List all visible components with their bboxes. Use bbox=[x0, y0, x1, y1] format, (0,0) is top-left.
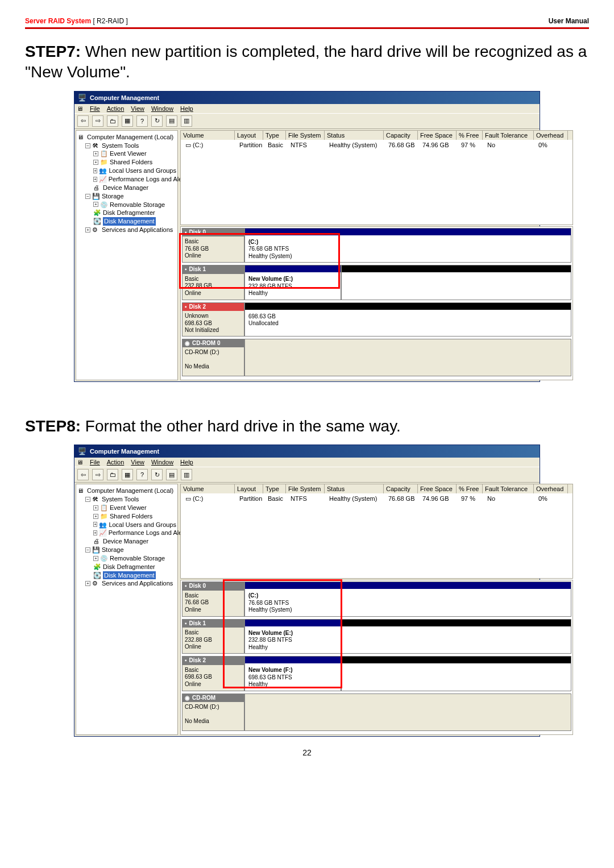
disk-icon: ▪ bbox=[185, 620, 187, 628]
menu-file[interactable]: File bbox=[90, 105, 100, 112]
disk-row-1[interactable]: ▪Disk 1 Basic232.88 GBOnline New Volume … bbox=[182, 619, 571, 654]
tree-services[interactable]: +⚙Services and Applications bbox=[77, 226, 176, 234]
nav-tree[interactable]: 🖥Computer Management (Local) −🛠System To… bbox=[76, 484, 178, 735]
tree-system-tools[interactable]: −🛠System Tools bbox=[77, 142, 176, 150]
export-icon[interactable]: ▥ bbox=[181, 469, 192, 480]
col-ft[interactable]: Fault Tolerance bbox=[483, 484, 534, 493]
col-capacity[interactable]: Capacity bbox=[384, 484, 418, 493]
unallocated[interactable] bbox=[341, 265, 571, 300]
menu-action[interactable]: Action bbox=[107, 105, 125, 112]
tree-disk-mgmt[interactable]: 💽Disk Management bbox=[77, 217, 176, 226]
volume-row[interactable]: ▭ (C:) Partition Basic NTFS Healthy (Sys… bbox=[183, 141, 570, 149]
disk-row-0[interactable]: ▪Disk 0 Basic76.68 GBOnline (C:)76.68 GB… bbox=[182, 228, 571, 263]
product-sub: [ R2-RAID ] bbox=[93, 17, 127, 25]
col-type[interactable]: Type bbox=[263, 484, 286, 493]
menu-file[interactable]: File bbox=[90, 459, 100, 466]
disk-row-0[interactable]: ▪Disk 0 Basic76.68 GBOnline (C:)76.68 GB… bbox=[182, 582, 571, 617]
col-pfree[interactable]: % Free bbox=[457, 131, 483, 140]
page-header: Server RAID System [ R2-RAID ] User Manu… bbox=[25, 17, 589, 29]
col-volume[interactable]: Volume bbox=[181, 131, 235, 140]
disk-row-2[interactable]: ▪Disk 2 Basic698.63 GBOnline New Volume … bbox=[182, 656, 571, 691]
volume-row[interactable]: ▭ (C:) Partition Basic NTFS Healthy (Sys… bbox=[183, 495, 570, 503]
tree-device-mgr[interactable]: 🖨Device Manager bbox=[77, 537, 176, 546]
partition-e[interactable]: New Volume (E:)232.88 GB NTFSHealthy bbox=[244, 619, 341, 654]
partition-f[interactable]: New Volume (F:)698.63 GB NTFSHealthy bbox=[244, 656, 341, 691]
menu-help[interactable]: Help bbox=[180, 459, 193, 466]
forward-icon[interactable]: ⇨ bbox=[92, 115, 103, 127]
tree-removable[interactable]: +💿Removable Storage bbox=[77, 201, 176, 209]
disk-row-2[interactable]: ▪Disk 2 Unknown698.63 GBNot Initialized … bbox=[182, 302, 571, 337]
tree-removable[interactable]: +💿Removable Storage bbox=[77, 554, 176, 563]
col-status[interactable]: Status bbox=[325, 484, 384, 493]
tree-root[interactable]: 🖥Computer Management (Local) bbox=[77, 133, 176, 142]
export-icon[interactable]: ▥ bbox=[181, 115, 192, 127]
unallocated[interactable] bbox=[341, 656, 571, 691]
menu-window[interactable]: Window bbox=[151, 459, 173, 466]
cdrom-row[interactable]: ◉CD-ROM CD-ROM (D:)No Media bbox=[182, 693, 571, 731]
tree-perf-logs[interactable]: +📈Performance Logs and Alerts bbox=[77, 175, 176, 184]
tree-event-viewer[interactable]: +📋Event Viewer bbox=[77, 149, 176, 158]
tree-perf-logs[interactable]: +📈Performance Logs and Alerts bbox=[77, 529, 176, 537]
step8-heading: STEP8: Format the other hard drive in th… bbox=[25, 416, 589, 437]
tree-services[interactable]: +⚙Services and Applications bbox=[77, 579, 176, 588]
help-icon[interactable]: ? bbox=[136, 115, 148, 127]
menu-view[interactable]: View bbox=[131, 459, 144, 466]
col-overhead[interactable]: Overhead bbox=[534, 484, 568, 493]
forward-icon[interactable]: ⇨ bbox=[92, 469, 103, 480]
menu-help[interactable]: Help bbox=[180, 105, 193, 112]
properties-icon[interactable]: ▦ bbox=[122, 469, 133, 480]
help-icon[interactable]: ? bbox=[136, 469, 148, 480]
volume-list[interactable]: ▭ (C:) Partition Basic NTFS Healthy (Sys… bbox=[180, 493, 573, 579]
volume-list[interactable]: ▭ (C:) Partition Basic NTFS Healthy (Sys… bbox=[180, 140, 573, 225]
list-icon[interactable]: ▤ bbox=[166, 115, 177, 127]
back-icon[interactable]: ⇦ bbox=[77, 115, 89, 127]
menu-action[interactable]: Action bbox=[107, 459, 125, 466]
tree-storage[interactable]: −💾Storage bbox=[77, 192, 176, 201]
partition-c[interactable]: (C:)76.68 GB NTFSHealthy (System) bbox=[244, 228, 571, 263]
menu-view[interactable]: View bbox=[131, 105, 144, 112]
col-type[interactable]: Type bbox=[263, 131, 286, 140]
unallocated[interactable] bbox=[341, 619, 571, 654]
tree-defrag[interactable]: 🧩Disk Defragmenter bbox=[77, 563, 176, 571]
col-fs[interactable]: File System bbox=[286, 484, 325, 493]
refresh-icon[interactable]: ↻ bbox=[151, 469, 163, 480]
tree-defrag[interactable]: 🧩Disk Defragmenter bbox=[77, 209, 176, 217]
tree-local-users[interactable]: +👥Local Users and Groups bbox=[77, 167, 176, 175]
tree-shared-folders[interactable]: +📁Shared Folders bbox=[77, 512, 176, 521]
col-layout[interactable]: Layout bbox=[235, 131, 263, 140]
cdrom-icon: ◉ bbox=[185, 695, 190, 702]
col-volume[interactable]: Volume bbox=[181, 484, 235, 493]
cdrom-row[interactable]: ◉CD-ROM 0 CD-ROM (D:)No Media bbox=[182, 339, 571, 376]
product-name: Server RAID System bbox=[25, 17, 91, 25]
col-layout[interactable]: Layout bbox=[235, 484, 263, 493]
nav-tree[interactable]: 🖥Computer Management (Local) −🛠System To… bbox=[76, 130, 178, 380]
back-icon[interactable]: ⇦ bbox=[77, 469, 89, 480]
tree-event-viewer[interactable]: +📋Event Viewer bbox=[77, 504, 176, 512]
disk-row-1[interactable]: ▪Disk 1 Basic232.88 GBOnline New Volume … bbox=[182, 265, 571, 300]
tree-disk-mgmt[interactable]: 💽Disk Management bbox=[77, 571, 176, 580]
col-capacity[interactable]: Capacity bbox=[384, 131, 418, 140]
up-icon[interactable]: 🗀 bbox=[107, 469, 118, 480]
tree-storage[interactable]: −💾Storage bbox=[77, 546, 176, 554]
col-status[interactable]: Status bbox=[325, 131, 384, 140]
menu-bar: 🖥 File Action View Window Help bbox=[74, 458, 540, 467]
up-icon[interactable]: 🗀 bbox=[107, 115, 118, 127]
tree-root[interactable]: 🖥Computer Management (Local) bbox=[77, 487, 176, 495]
properties-icon[interactable]: ▦ bbox=[122, 115, 133, 127]
tree-shared-folders[interactable]: +📁Shared Folders bbox=[77, 158, 176, 167]
menu-window[interactable]: Window bbox=[151, 105, 173, 112]
tree-system-tools[interactable]: −🛠System Tools bbox=[77, 495, 176, 504]
unallocated-disk2[interactable]: 698.63 GBUnallocated bbox=[244, 302, 571, 337]
col-pfree[interactable]: % Free bbox=[457, 484, 483, 493]
col-overhead[interactable]: Overhead bbox=[534, 131, 568, 140]
list-icon[interactable]: ▤ bbox=[166, 469, 177, 480]
refresh-icon[interactable]: ↻ bbox=[151, 115, 163, 127]
col-free[interactable]: Free Space bbox=[418, 131, 457, 140]
col-ft[interactable]: Fault Tolerance bbox=[483, 131, 534, 140]
partition-e[interactable]: New Volume (E:)232.88 GB NTFSHealthy bbox=[244, 265, 341, 300]
partition-c[interactable]: (C:)76.68 GB NTFSHealthy (System) bbox=[244, 582, 571, 617]
col-free[interactable]: Free Space bbox=[418, 484, 457, 493]
tree-local-users[interactable]: +👥Local Users and Groups bbox=[77, 521, 176, 529]
tree-device-mgr[interactable]: 🖨Device Manager bbox=[77, 184, 176, 192]
col-fs[interactable]: File System bbox=[286, 131, 325, 140]
